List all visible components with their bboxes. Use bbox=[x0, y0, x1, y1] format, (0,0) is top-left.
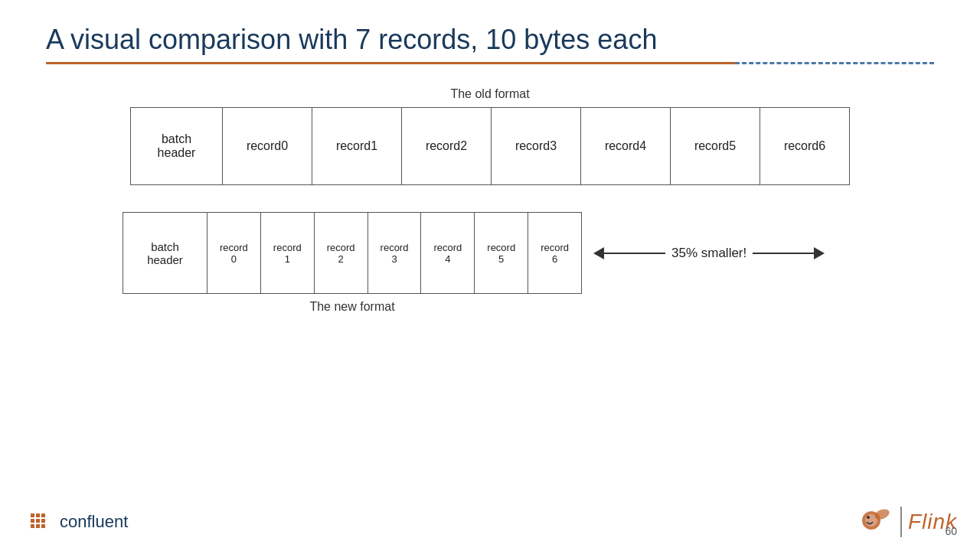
footer-divider bbox=[900, 507, 902, 537]
arrow-line-right bbox=[753, 253, 814, 254]
old-record2-cell: record2 bbox=[402, 108, 492, 184]
svg-rect-6 bbox=[31, 524, 34, 528]
title-divider bbox=[46, 62, 934, 64]
svg-rect-8 bbox=[41, 524, 45, 528]
slide: A visual comparison with 7 records, 10 b… bbox=[0, 0, 980, 551]
new-record0-cell: record0 bbox=[207, 213, 261, 293]
confluent-icon bbox=[31, 514, 54, 530]
svg-rect-7 bbox=[36, 524, 40, 528]
new-record1-cell: record1 bbox=[261, 213, 315, 293]
size-comparison-text: 35% smaller! bbox=[665, 246, 753, 261]
old-record0-cell: record0 bbox=[223, 108, 312, 184]
new-record2-cell: record2 bbox=[315, 213, 368, 293]
svg-point-12 bbox=[867, 516, 870, 519]
old-record6-cell: record6 bbox=[760, 108, 849, 184]
title-section: A visual comparison with 7 records, 10 b… bbox=[46, 23, 934, 64]
old-format-container: The old format batchheader record0 recor… bbox=[46, 87, 934, 185]
footer: confluent Flink bbox=[0, 507, 980, 537]
old-record1-cell: record1 bbox=[312, 108, 402, 184]
divider-dashed bbox=[735, 62, 934, 64]
flink-area: Flink bbox=[856, 507, 957, 537]
old-format-table: batchheader record0 record1 record2 reco… bbox=[130, 107, 850, 185]
svg-rect-5 bbox=[41, 519, 45, 523]
svg-rect-2 bbox=[41, 514, 45, 517]
old-format-label: The old format bbox=[450, 87, 529, 101]
svg-rect-0 bbox=[31, 514, 34, 517]
new-record6-cell: record6 bbox=[528, 213, 581, 293]
new-record3-cell: record3 bbox=[368, 213, 422, 293]
old-record3-cell: record3 bbox=[492, 108, 581, 184]
new-format-row: batchheader record0 record1 record2 reco… bbox=[122, 212, 825, 294]
new-format-container: batchheader record0 record1 record2 reco… bbox=[122, 212, 934, 314]
arrow-left-icon bbox=[593, 247, 604, 259]
slide-title: A visual comparison with 7 records, 10 b… bbox=[46, 23, 934, 56]
svg-rect-4 bbox=[36, 519, 40, 523]
new-format-label: The new format bbox=[122, 300, 582, 314]
arrow-right-icon bbox=[814, 247, 825, 259]
new-record5-cell: record5 bbox=[475, 213, 528, 293]
old-record4-cell: record4 bbox=[581, 108, 671, 184]
flink-icon bbox=[856, 507, 894, 537]
new-format-table: batchheader record0 record1 record2 reco… bbox=[122, 212, 582, 294]
size-indicator: 35% smaller! bbox=[582, 246, 825, 261]
new-record4-cell: record4 bbox=[421, 213, 475, 293]
confluent-label: confluent bbox=[60, 512, 128, 532]
svg-rect-1 bbox=[36, 514, 40, 517]
arrow-line-left bbox=[604, 253, 665, 254]
old-record5-cell: record5 bbox=[671, 108, 760, 184]
page-number: 60 bbox=[945, 525, 957, 537]
divider-solid bbox=[46, 62, 735, 64]
new-batch-header-cell: batchheader bbox=[123, 213, 207, 293]
svg-rect-3 bbox=[31, 519, 34, 523]
old-batch-header-cell: batchheader bbox=[131, 108, 223, 184]
confluent-logo: confluent bbox=[31, 512, 128, 532]
